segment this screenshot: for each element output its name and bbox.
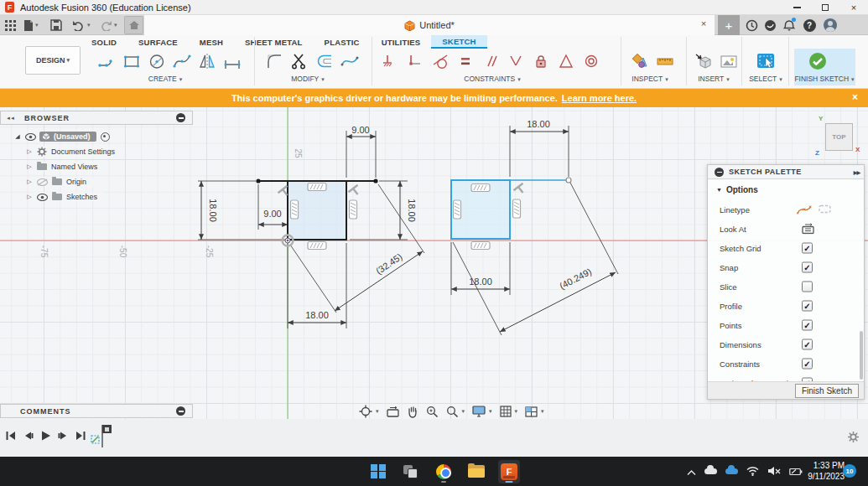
equal-constraint-icon[interactable] bbox=[453, 49, 478, 74]
profile-checkbox[interactable]: ✓ bbox=[802, 300, 813, 311]
help-icon[interactable]: ? bbox=[801, 18, 818, 33]
measure-tool-icon[interactable] bbox=[627, 49, 652, 74]
spline-edit-tool-icon[interactable] bbox=[337, 49, 362, 74]
minimize-button[interactable] bbox=[782, 0, 811, 15]
battery-icon[interactable] bbox=[789, 464, 803, 479]
browser-item-unsaved[interactable]: ◢ (Unsaved) bbox=[0, 129, 193, 144]
onedrive-personal-icon[interactable] bbox=[704, 468, 717, 474]
notifications-bell-icon[interactable] bbox=[781, 18, 798, 33]
ruler-tool-icon[interactable] bbox=[652, 49, 678, 74]
select-group-label[interactable]: SELECT bbox=[749, 75, 782, 83]
slice-checkbox[interactable] bbox=[802, 281, 813, 292]
create-group-label[interactable]: CREATE bbox=[148, 75, 182, 83]
points-checkbox[interactable]: ✓ bbox=[802, 319, 813, 330]
sketch-point[interactable] bbox=[256, 178, 260, 183]
orbit-icon[interactable]: ▾ bbox=[359, 405, 379, 418]
job-status-icon[interactable] bbox=[743, 18, 760, 33]
document-tab-close-icon[interactable]: × bbox=[698, 18, 709, 28]
banner-close-icon[interactable]: × bbox=[852, 91, 858, 103]
extensions-icon[interactable] bbox=[761, 18, 778, 33]
modify-group-label[interactable]: MODIFY bbox=[291, 75, 325, 83]
browser-item-named-views[interactable]: ▷ Named Views bbox=[0, 159, 193, 174]
palette-visibility-icon[interactable] bbox=[715, 168, 724, 177]
timeline-step-back-icon[interactable] bbox=[23, 429, 34, 444]
app-launcher-icon[interactable] bbox=[5, 17, 16, 34]
avatar[interactable] bbox=[822, 18, 839, 33]
fusion-360-taskbar-icon[interactable]: F bbox=[498, 460, 520, 483]
wifi-icon[interactable] bbox=[746, 464, 759, 479]
close-button[interactable]: × bbox=[839, 0, 868, 15]
offset-tool-icon[interactable] bbox=[312, 49, 337, 74]
tray-chevron-icon[interactable] bbox=[687, 464, 696, 479]
palette-scrollbar[interactable] bbox=[860, 331, 863, 380]
tab-utilities[interactable]: UTILITIES bbox=[371, 35, 432, 49]
tab-surface[interactable]: SURFACE bbox=[127, 35, 189, 49]
file-explorer-icon[interactable] bbox=[465, 460, 487, 483]
insert-mesh-icon[interactable] bbox=[691, 49, 716, 74]
finish-sketch-button[interactable]: Finish Sketch bbox=[795, 384, 859, 398]
onedrive-icon[interactable] bbox=[725, 468, 738, 474]
expand-icon[interactable]: ▷ bbox=[25, 163, 34, 170]
coincident-constraint-icon[interactable] bbox=[403, 49, 428, 74]
activate-radio-icon[interactable] bbox=[101, 132, 110, 142]
file-menu-icon[interactable]: ▾ bbox=[23, 17, 39, 34]
grid-settings-icon[interactable]: ▾ bbox=[500, 406, 518, 417]
browser-header[interactable]: ◄◄ BROWSER bbox=[0, 111, 193, 125]
dimensions-checkbox[interactable]: ✓ bbox=[802, 339, 813, 349]
browser-item-origin[interactable]: ▷ Origin bbox=[0, 174, 193, 189]
parallel-constraint-icon[interactable] bbox=[478, 49, 503, 74]
tab-plastic[interactable]: PLASTIC bbox=[314, 35, 371, 49]
sketch-point[interactable] bbox=[373, 178, 377, 183]
workspace-selector[interactable]: DESIGN▾ bbox=[25, 46, 81, 75]
start-button[interactable] bbox=[367, 460, 389, 483]
expand-icon[interactable]: ▷ bbox=[25, 148, 34, 155]
symmetry-constraint-icon[interactable] bbox=[554, 49, 579, 74]
tangent-constraint-icon[interactable] bbox=[428, 49, 453, 74]
fit-icon[interactable]: ▾ bbox=[446, 406, 465, 418]
timeline-skip-start-icon[interactable] bbox=[5, 429, 16, 444]
eye-off-icon[interactable] bbox=[37, 178, 48, 186]
comments-visibility-icon[interactable] bbox=[176, 406, 185, 416]
perpendicular-constraint-icon[interactable] bbox=[503, 49, 528, 74]
home-button[interactable] bbox=[124, 16, 143, 34]
palette-collapse-icon[interactable]: ▶▶ bbox=[854, 169, 860, 175]
notification-count-badge[interactable]: 10 bbox=[843, 464, 856, 478]
browser-item-sketches[interactable]: ▷ Sketches bbox=[0, 189, 193, 204]
browser-item-document-settings[interactable]: ▷ Document Settings bbox=[0, 144, 193, 159]
tab-sketch[interactable]: SKETCH bbox=[431, 35, 486, 49]
eye-icon[interactable] bbox=[25, 133, 36, 141]
save-icon[interactable] bbox=[50, 17, 62, 34]
construction-linetype-icon[interactable] bbox=[797, 204, 812, 215]
constraints-checkbox[interactable]: ✓ bbox=[802, 358, 813, 369]
finish-sketch-group-label[interactable]: FINISH SKETCH bbox=[794, 75, 854, 83]
expand-icon[interactable]: ◢ bbox=[13, 133, 22, 140]
finish-sketch-icon[interactable] bbox=[805, 49, 830, 74]
eye-icon[interactable] bbox=[37, 194, 48, 201]
line-tool-icon[interactable] bbox=[94, 49, 119, 74]
circle-tool-icon[interactable] bbox=[144, 49, 169, 74]
snap-checkbox[interactable]: ✓ bbox=[802, 261, 813, 272]
mirror-tool-icon[interactable] bbox=[195, 49, 220, 74]
insert-group-label[interactable]: INSERT bbox=[698, 75, 730, 83]
look-at-view-icon[interactable] bbox=[387, 406, 399, 417]
centerline-linetype-icon[interactable] bbox=[819, 204, 831, 215]
display-settings-icon[interactable]: ▾ bbox=[472, 406, 492, 417]
sketch-palette-header[interactable]: SKETCH PALETTE ▶▶ bbox=[708, 165, 864, 179]
restore-button[interactable] bbox=[811, 0, 839, 15]
lock-constraint-icon[interactable] bbox=[528, 49, 554, 74]
view-cube[interactable]: TOP bbox=[825, 123, 853, 151]
constraints-group-label[interactable]: CONSTRAINTS bbox=[464, 75, 520, 83]
tab-sheet-metal[interactable]: SHEET METAL bbox=[234, 35, 314, 49]
options-section-header[interactable]: ▼ Options bbox=[708, 179, 864, 199]
dimension-lines[interactable] bbox=[201, 132, 616, 332]
browser-collapse-icon[interactable]: ◄◄ bbox=[6, 116, 14, 121]
spline-tool-icon[interactable] bbox=[169, 49, 195, 74]
volume-muted-icon[interactable] bbox=[767, 464, 781, 479]
canvas-image-icon[interactable] bbox=[716, 49, 741, 74]
fillet-tool-icon[interactable] bbox=[262, 49, 287, 74]
chrome-icon[interactable] bbox=[433, 460, 455, 483]
browser-visibility-icon[interactable] bbox=[176, 113, 185, 122]
expand-icon[interactable]: ▷ bbox=[25, 194, 34, 200]
sketch-point-open[interactable] bbox=[566, 178, 571, 183]
learn-more-link[interactable]: Learn more here. bbox=[562, 93, 637, 103]
